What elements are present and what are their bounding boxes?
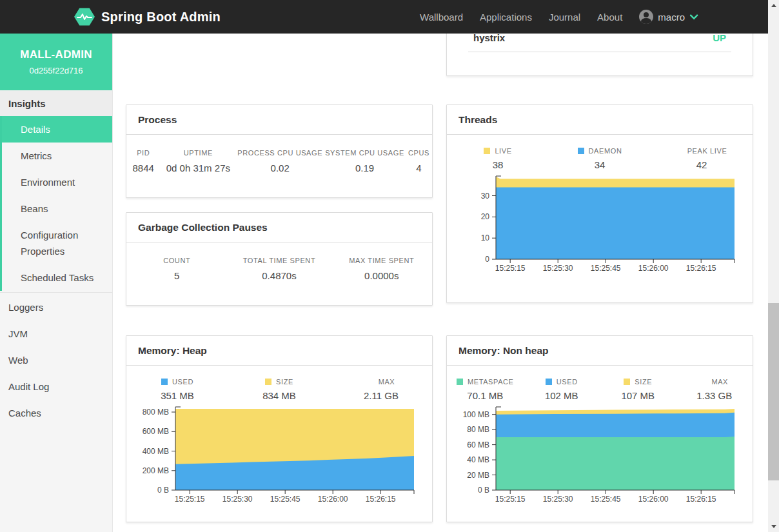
memory-nonheap-title: Memory: Non heap [447, 336, 753, 366]
svg-text:20 MB: 20 MB [467, 471, 489, 480]
svg-text:15:25:45: 15:25:45 [591, 264, 621, 271]
sidebar-item-metrics[interactable]: Metrics [2, 143, 112, 169]
nav-item-applications[interactable]: Applications [480, 12, 532, 23]
svg-text:0 B: 0 B [157, 486, 169, 495]
sidebar-item-environment[interactable]: Environment [2, 169, 112, 195]
gc-max-time-value: 0.0000s [331, 264, 432, 281]
user-avatar-icon [639, 10, 653, 24]
svg-text:15:26:00: 15:26:00 [318, 495, 348, 502]
nonheap-max-label: MAX [711, 378, 728, 386]
process-cpus-value: 4 [406, 157, 432, 173]
scrollbar-up-button[interactable] [768, 0, 779, 11]
spring-boot-admin-logo-icon [74, 8, 95, 26]
threads-daemon-label: DAEMON [589, 147, 622, 155]
svg-text:200 MB: 200 MB [143, 466, 169, 475]
svg-text:15:26:15: 15:26:15 [686, 495, 716, 502]
threads-daemon-value: 34 [595, 159, 606, 170]
threads-chart: 010203015:25:1515:25:3015:25:4515:26:001… [447, 173, 753, 271]
scrollbar-down-button[interactable] [768, 521, 779, 532]
sidebar-instance-id: 0d255f22d716 [29, 66, 83, 75]
gc-panel: Garbage Collection Pauses COUNT TOTAL TI… [126, 212, 433, 306]
svg-text:15:26:00: 15:26:00 [638, 264, 669, 271]
left-column: Process PID UPTIME PROCESS CPU USAGE SYS… [126, 34, 433, 522]
svg-text:400 MB: 400 MB [143, 447, 169, 456]
nonheap-used-swatch-icon [546, 379, 552, 385]
gc-col-total-time: TOTAL TIME SPENT [227, 257, 331, 264]
process-panel-title: Process [126, 105, 432, 135]
svg-text:0 B: 0 B [478, 486, 489, 495]
vertical-scrollbar [768, 0, 779, 532]
nonheap-size-value: 107 MB [621, 390, 655, 401]
svg-text:15:25:45: 15:25:45 [270, 495, 301, 502]
svg-text:600 MB: 600 MB [143, 427, 169, 436]
gc-total-time-value: 0.4870s [227, 264, 331, 281]
svg-text:15:25:30: 15:25:30 [543, 264, 573, 271]
heap-used-value: 351 MB [161, 390, 194, 401]
heap-size-swatch-icon [265, 379, 271, 385]
sidebar-section-insights[interactable]: Insights [0, 90, 112, 116]
user-menu[interactable]: macro [639, 10, 696, 24]
scroll-down-arrow-icon [771, 525, 776, 528]
app-viewport: Spring Boot Admin Wallboard Applications… [0, 0, 779, 532]
threads-live-swatch-icon [484, 148, 490, 154]
svg-text:15:26:15: 15:26:15 [366, 495, 396, 502]
memory-heap-title: Memory: Heap [126, 336, 432, 366]
top-navbar: Spring Boot Admin Wallboard Applications… [0, 0, 768, 34]
gc-col-count: COUNT [126, 257, 227, 264]
sidebar-item-loggers[interactable]: Loggers [0, 294, 112, 320]
heap-max-value: 2.11 GB [364, 390, 399, 401]
sidebar-item-audit-log[interactable]: Audit Log [0, 373, 112, 400]
threads-daemon-swatch-icon [578, 148, 584, 154]
memory-heap-chart: 0 B200 MB400 MB600 MB800 MB15:25:1515:25… [126, 404, 432, 502]
nav-item-about[interactable]: About [597, 12, 622, 23]
process-process-cpu-value: 0.02 [236, 157, 324, 173]
process-stats-table: PID UPTIME PROCESS CPU USAGE SYSTEM CPU … [126, 149, 432, 173]
svg-text:15:25:30: 15:25:30 [222, 495, 253, 502]
nav-item-journal[interactable]: Journal [549, 12, 580, 23]
threads-peak-value: 42 [696, 159, 707, 170]
svg-text:10: 10 [481, 233, 490, 242]
sidebar-bottom-menu: Loggers JVM Web Audit Log Caches [0, 292, 112, 426]
right-column: hystrix UP Threads LIVE38 DAEMON34 PEAK … [446, 34, 753, 522]
nonheap-max-value: 1.33 GB [696, 390, 732, 401]
scrollbar-thumb[interactable] [768, 303, 779, 480]
nav-item-wallboard[interactable]: Wallboard [420, 12, 463, 23]
chevron-down-icon [689, 11, 698, 20]
memory-nonheap-legend: METASPACE70.1 MB USED102 MB SIZE107 MB M… [447, 378, 753, 401]
svg-text:80 MB: 80 MB [467, 425, 489, 434]
instance-name[interactable]: hystrix [473, 32, 505, 43]
process-uptime-value: 0d 0h 31m 27s [160, 157, 236, 173]
svg-text:800 MB: 800 MB [143, 408, 169, 417]
svg-text:100 MB: 100 MB [463, 410, 489, 419]
svg-text:15:25:30: 15:25:30 [543, 495, 573, 502]
sidebar-item-web[interactable]: Web [0, 347, 112, 373]
process-panel: Process PID UPTIME PROCESS CPU USAGE SYS… [126, 104, 433, 198]
nonheap-size-swatch-icon [624, 379, 630, 385]
scroll-up-arrow-icon [771, 4, 776, 7]
sidebar-item-beans[interactable]: Beans [2, 195, 112, 222]
memory-heap-panel: Memory: Heap USED351 MB SIZE834 MB MAX2.… [126, 335, 433, 522]
process-col-process-cpu: PROCESS CPU USAGE [236, 149, 324, 157]
sidebar-item-caches[interactable]: Caches [0, 400, 112, 426]
navbar-brand[interactable]: Spring Boot Admin [74, 8, 221, 26]
threads-live-value: 38 [493, 159, 504, 170]
nonheap-metaspace-value: 70.1 MB [467, 390, 503, 401]
sidebar-item-jvm[interactable]: JVM [0, 320, 112, 347]
process-col-uptime: UPTIME [160, 149, 236, 157]
process-system-cpu-value: 0.19 [324, 157, 406, 173]
heap-max-label: MAX [379, 378, 395, 386]
nonheap-used-value: 102 MB [545, 390, 578, 401]
gc-panel-title: Garbage Collection Pauses [126, 213, 432, 242]
sidebar-app-name: MALL-ADMIN [20, 48, 92, 61]
svg-text:15:25:15: 15:25:15 [495, 264, 526, 271]
sidebar-instance-header[interactable]: MALL-ADMIN 0d255f22d716 [0, 34, 112, 90]
svg-text:15:25:15: 15:25:15 [175, 495, 205, 502]
sidebar-item-configuration-properties[interactable]: Configuration Properties [2, 222, 112, 264]
sidebar-item-details[interactable]: Details [2, 116, 112, 143]
process-col-system-cpu: SYSTEM CPU USAGE [324, 149, 406, 157]
sidebar-item-scheduled-tasks[interactable]: Scheduled Tasks [2, 264, 112, 291]
svg-text:40 MB: 40 MB [467, 455, 489, 464]
threads-peak-label: PEAK LIVE [687, 147, 727, 155]
brand-title: Spring Boot Admin [101, 10, 221, 25]
process-col-pid: PID [126, 149, 160, 157]
